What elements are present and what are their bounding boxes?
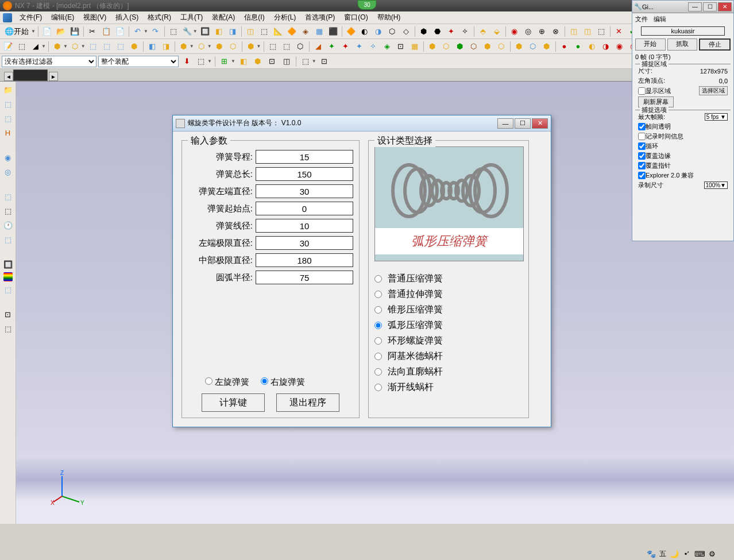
tb1-o[interactable]: ◑ <box>372 25 385 38</box>
cap-opt2-check[interactable] <box>638 133 646 140</box>
type-radio-3[interactable] <box>374 322 382 329</box>
menu-tools[interactable]: 工具(T) <box>180 13 203 22</box>
tb2-ac[interactable]: ⬡ <box>468 40 480 53</box>
tb1-k[interactable]: ▦ <box>313 25 326 38</box>
menu-help[interactable]: 帮助(H) <box>377 13 401 22</box>
assembly-select[interactable]: 整个装配 <box>98 56 179 67</box>
fb-c[interactable]: ⊞ <box>218 55 231 68</box>
tb1-ac[interactable]: ◫ <box>581 25 594 38</box>
tb2-ae[interactable]: ⬡ <box>495 40 508 53</box>
side-b[interactable]: ⬚ <box>2 112 14 125</box>
tb2-b[interactable]: ◢ <box>29 40 42 53</box>
tb1-g[interactable]: ⬚ <box>258 25 271 38</box>
tb2-d[interactable]: ⬚ <box>87 40 99 53</box>
tb1-b[interactable]: 🔧 <box>181 25 194 38</box>
cap-opt1-check[interactable] <box>638 123 646 130</box>
tb2-f[interactable]: ⬚ <box>114 40 127 53</box>
tb1-d[interactable]: ◧ <box>213 25 225 38</box>
right-spin-radio[interactable]: 右旋弹簧 <box>261 377 305 388</box>
fb-d[interactable]: ◧ <box>237 55 250 68</box>
type-radio-4[interactable] <box>374 337 382 345</box>
side-c[interactable]: H <box>2 126 14 139</box>
filter-select[interactable]: 没有选择过滤器 <box>2 56 96 67</box>
param-input-0[interactable] <box>256 150 353 164</box>
start-button[interactable]: 🌐 开始 <box>2 25 32 38</box>
tb2-z[interactable]: ⬢ <box>426 40 439 53</box>
menu-format[interactable]: 格式(R) <box>148 13 171 22</box>
tb2-y[interactable]: ▦ <box>408 40 421 53</box>
dialog-max-button[interactable]: ☐ <box>515 118 531 129</box>
tb2-am[interactable]: ◉ <box>613 40 626 53</box>
fb-e[interactable]: ⬢ <box>252 55 264 68</box>
side-e[interactable]: ◎ <box>2 165 14 178</box>
tb1-ab[interactable]: ◫ <box>567 25 580 38</box>
tb2-al[interactable]: ◑ <box>600 40 612 53</box>
tb1-l[interactable]: ⬛ <box>327 25 339 38</box>
tb2-x[interactable]: ⊡ <box>395 40 407 53</box>
side-nav-icon[interactable]: 📁 <box>2 83 14 96</box>
tb2-u[interactable]: ✦ <box>353 40 366 53</box>
tb1-u[interactable]: ✧ <box>459 25 472 38</box>
tb1-x[interactable]: ◉ <box>508 25 521 38</box>
menu-prefs[interactable]: 首选项(P) <box>305 13 335 22</box>
tb2-aa[interactable]: ⬡ <box>440 40 453 53</box>
tb2-s[interactable]: ✦ <box>326 40 338 53</box>
tb1-e[interactable]: ◨ <box>226 25 239 38</box>
cut-icon[interactable]: ✂ <box>86 25 99 38</box>
left-spin-radio[interactable]: 左旋弹簧 <box>205 377 249 388</box>
tb2-ah[interactable]: ⬢ <box>540 40 553 53</box>
tb2-v[interactable]: ✧ <box>367 40 380 53</box>
tb2-extrude-icon[interactable]: ⬢ <box>51 40 64 53</box>
tb1-s[interactable]: ⬣ <box>431 25 444 38</box>
tb2-c[interactable]: ⬡ <box>69 40 82 53</box>
open-icon[interactable]: 📂 <box>55 25 67 38</box>
tb2-af[interactable]: ⬢ <box>513 40 526 53</box>
undo-drop-icon[interactable]: ▼ <box>144 29 148 34</box>
fb-h[interactable]: ⬚ <box>299 55 312 68</box>
status-keyboard-icon[interactable]: ⌨ <box>695 549 704 558</box>
tab-next-icon[interactable]: ► <box>49 72 58 81</box>
tb1-q[interactable]: ◇ <box>400 25 412 38</box>
tb1-t[interactable]: ✦ <box>445 25 458 38</box>
dialog-close-button[interactable]: ✕ <box>532 118 548 129</box>
tb2-t[interactable]: ✦ <box>339 40 352 53</box>
tb1-aa[interactable]: ⊗ <box>550 25 562 38</box>
tb2-l[interactable]: ⬢ <box>213 40 226 53</box>
cap-opt5-check[interactable] <box>638 162 646 169</box>
tb1-y[interactable]: ◎ <box>522 25 535 38</box>
tb2-q[interactable]: ⬡ <box>294 40 307 53</box>
dialog-titlebar[interactable]: 螺旋类零件设计平台 版本号： V1.0.0 — ☐ ✕ <box>173 115 551 132</box>
menu-file[interactable]: 文件(F) <box>20 13 42 22</box>
tb1-j[interactable]: ◈ <box>299 25 312 38</box>
app-menu-icon[interactable] <box>3 13 12 22</box>
tb1-w[interactable]: ⬙ <box>490 25 503 38</box>
tb1-f[interactable]: ◫ <box>244 25 257 38</box>
tb2-o[interactable]: ⬚ <box>266 40 279 53</box>
status-paw-icon[interactable]: 🐾 <box>647 549 656 558</box>
cap-selectregion-button[interactable]: 选择区域 <box>699 86 728 95</box>
cap-opt3-check[interactable] <box>638 142 646 150</box>
param-input-3[interactable] <box>256 202 353 215</box>
fb-f[interactable]: ⊡ <box>266 55 279 68</box>
calc-button[interactable]: 计算键 <box>202 393 265 412</box>
tb2-ak[interactable]: ◐ <box>586 40 598 53</box>
side-d[interactable]: ◉ <box>2 151 14 164</box>
side-g[interactable]: ⬚ <box>2 204 14 217</box>
cap-recsize-select[interactable]: 100%▼ <box>704 181 728 189</box>
tb2-a[interactable]: ⬚ <box>16 40 28 53</box>
tb1-ad[interactable]: ⬚ <box>595 25 608 38</box>
cap-max-button[interactable]: ☐ <box>703 2 717 11</box>
tb2-g[interactable]: ⬢ <box>128 40 141 53</box>
side-palette-icon[interactable] <box>3 272 13 281</box>
param-input-7[interactable] <box>256 271 353 284</box>
tb1-n[interactable]: ◐ <box>358 25 371 38</box>
tb1-r[interactable]: ⬢ <box>418 25 430 38</box>
tb1-i[interactable]: 🔶 <box>285 25 298 38</box>
dialog-min-button[interactable]: — <box>497 118 513 129</box>
tb1-c[interactable]: 🔲 <box>199 25 211 38</box>
tb2-aj[interactable]: ● <box>572 40 585 53</box>
tb1-m[interactable]: 🔶 <box>345 25 357 38</box>
tb2-p[interactable]: ⬚ <box>280 40 293 53</box>
side-i[interactable]: ⬚ <box>2 233 14 246</box>
tb2-ad[interactable]: ⬢ <box>481 40 494 53</box>
